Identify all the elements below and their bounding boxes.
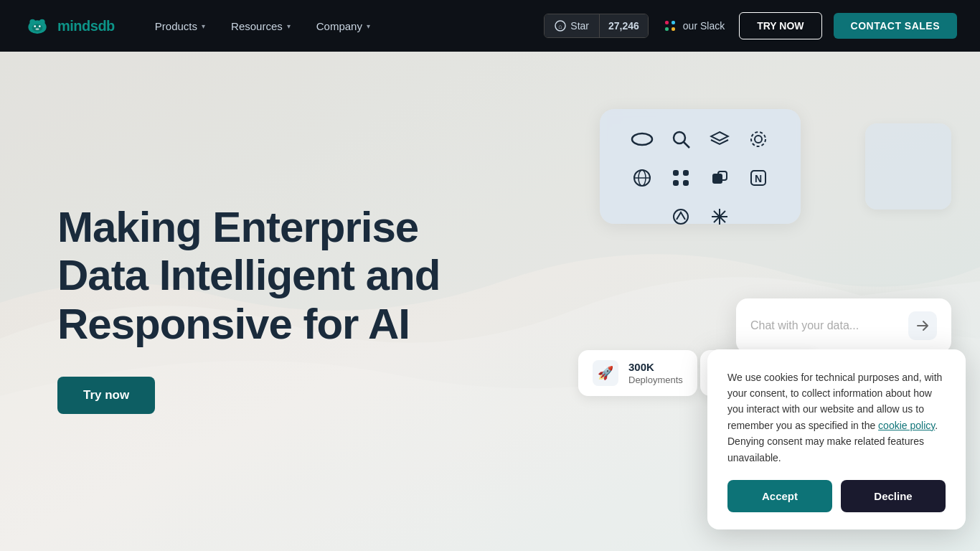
rocket-icon: 🚀: [593, 360, 618, 386]
cookie-accept-button[interactable]: Accept: [727, 480, 832, 512]
svg-rect-9: [665, 21, 669, 24]
svg-point-15: [674, 132, 685, 143]
integration-icon-search: [668, 126, 694, 152]
nav-links: Products ▾ Resources ▾ Company ▾: [143, 14, 544, 38]
cookie-policy-link[interactable]: cookie policy: [878, 420, 935, 431]
github-star-label: ⌂ Star: [545, 14, 600, 37]
cookie-banner: We use cookies for technical purposes an…: [707, 349, 966, 529]
svg-point-4: [34, 25, 36, 27]
integrations-card: N: [600, 109, 801, 224]
integration-icon-slack: [668, 165, 694, 191]
integration-icon-teams: [707, 165, 732, 191]
chevron-down-icon: ▾: [202, 22, 205, 30]
nav-company[interactable]: Company ▾: [305, 14, 382, 38]
nav-products[interactable]: Products ▾: [143, 14, 217, 38]
nav-resources[interactable]: Resources ▾: [220, 14, 302, 38]
cookie-text: We use cookies for technical purposes an…: [727, 369, 946, 466]
svg-point-1: [29, 19, 35, 25]
chevron-down-icon: ▾: [287, 22, 291, 30]
integration-icon-gear: [745, 126, 771, 152]
slack-label: our Slack: [683, 20, 725, 32]
integration-icon-notion: N: [745, 165, 771, 191]
svg-rect-23: [673, 170, 679, 176]
svg-rect-11: [665, 27, 669, 31]
hero-content: Making Enterprise Data Intelligent and R…: [57, 203, 473, 414]
stat-deployments-label: Deployments: [628, 375, 683, 385]
chevron-down-icon: ▾: [367, 22, 370, 30]
logo-text: mindsdb: [57, 18, 115, 34]
svg-point-6: [35, 28, 39, 30]
cookie-decline-button[interactable]: Decline: [841, 480, 946, 512]
svg-rect-25: [673, 180, 679, 186]
hero-cta-button[interactable]: Try now: [57, 377, 155, 414]
svg-rect-26: [683, 180, 689, 186]
integration-icon-globe: [629, 165, 655, 191]
integration-icon-snowflake: [707, 204, 732, 230]
stat-deployments-value: 300K: [628, 361, 683, 373]
github-star-count: 27,246: [600, 14, 648, 37]
svg-point-14: [632, 133, 652, 145]
integration-icon-oval: [629, 126, 655, 152]
svg-point-5: [39, 25, 41, 27]
svg-line-16: [684, 142, 689, 148]
svg-text:⌂: ⌂: [559, 23, 562, 30]
integration-icon-layers: [707, 126, 732, 152]
integration-icon-ml: [668, 204, 694, 230]
svg-marker-17: [711, 132, 728, 141]
svg-point-2: [39, 19, 45, 25]
svg-point-19: [751, 132, 765, 146]
logo[interactable]: mindsdb: [23, 16, 115, 36]
svg-rect-10: [672, 21, 675, 24]
try-now-button[interactable]: TRY NOW: [739, 12, 821, 39]
svg-text:N: N: [755, 173, 762, 184]
slack-button[interactable]: our Slack: [660, 13, 727, 39]
chat-send-button[interactable]: [908, 311, 937, 340]
chat-card: Chat with your data...: [736, 298, 951, 353]
navigation: mindsdb Products ▾ Resources ▾ Company ▾…: [0, 0, 980, 52]
svg-point-3: [32, 24, 43, 32]
contact-sales-button[interactable]: CONTACT SALES: [834, 13, 957, 39]
svg-rect-24: [683, 170, 689, 176]
github-star-button[interactable]: ⌂ Star 27,246: [544, 14, 649, 38]
nav-right: ⌂ Star 27,246 our Slack TRY NOW CONTACT …: [544, 12, 957, 39]
chat-placeholder: Chat with your data...: [750, 319, 900, 332]
stat-deployments-card: 🚀 300K Deployments: [578, 350, 697, 396]
svg-point-18: [755, 136, 762, 143]
cookie-buttons: Accept Decline: [727, 480, 946, 512]
hero-title: Making Enterprise Data Intelligent and R…: [57, 203, 473, 348]
svg-rect-12: [672, 27, 675, 31]
secondary-integrations-card: [865, 123, 951, 209]
